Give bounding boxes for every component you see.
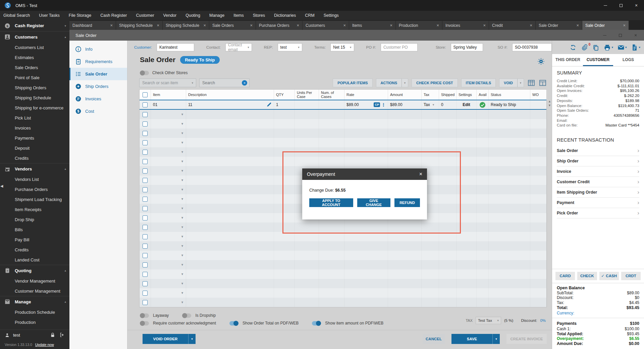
inner-close-button[interactable]: ×	[628, 30, 643, 41]
edit-description-icon[interactable]	[266, 102, 272, 107]
toggle-show-order-total-on-pdf-web[interactable]: Show Order Total on PDF/WEB	[229, 321, 299, 326]
tab-close-icon[interactable]: ×	[576, 23, 579, 28]
menu-user-tasks[interactable]: User Tasks	[39, 13, 60, 18]
nav-item-ship-orders[interactable]: Ship Orders	[69, 80, 127, 93]
recent-item-invoice[interactable]: Invoice›	[557, 166, 639, 177]
tab-production-7[interactable]: Production×	[396, 21, 442, 30]
toggle-switch[interactable]	[182, 313, 191, 318]
row-checkbox[interactable]	[143, 262, 148, 267]
tab-close-icon[interactable]: ×	[297, 23, 299, 28]
print-menu[interactable]: ▾	[604, 44, 613, 51]
create-invoice-button[interactable]: CREATE INVOICE	[506, 334, 547, 344]
menu-quoting[interactable]: Quoting	[185, 13, 200, 18]
tab-close-icon[interactable]: ×	[157, 23, 159, 28]
chevron-down-icon[interactable]: ▼	[181, 272, 184, 276]
menu-settings[interactable]: Settings	[324, 13, 339, 18]
recent-item-sale-order[interactable]: Sale Order›	[557, 146, 639, 156]
row-checkbox[interactable]	[143, 150, 148, 155]
row-checkbox[interactable]	[143, 291, 148, 296]
chevron-down-icon[interactable]: ▼	[181, 207, 184, 210]
tax-select-cell[interactable]: Tax▾	[422, 100, 439, 109]
chevron-down-icon[interactable]: ▼	[181, 113, 184, 116]
menu-items[interactable]: Items	[233, 13, 244, 18]
pay-button-check[interactable]: CHECK	[577, 272, 597, 280]
chevron-down-icon[interactable]: ▼	[181, 132, 184, 135]
chevron-down-icon[interactable]: ▼	[181, 150, 184, 154]
save-button[interactable]: SAVE	[451, 334, 492, 344]
chevron-down-icon[interactable]: ▼	[181, 282, 184, 285]
menu-file-storage[interactable]: File Storage	[69, 13, 91, 18]
email-icon[interactable]	[618, 44, 625, 51]
scroll-up-icon[interactable]: ▲	[548, 100, 551, 103]
row-checkbox[interactable]	[143, 178, 148, 183]
customer-field[interactable]	[157, 43, 194, 51]
sidebar-item-vendor-management[interactable]: Vendor Management	[0, 276, 69, 286]
sidebar-section-vendors[interactable]: Vendors▴	[0, 163, 69, 174]
refresh-icon[interactable]	[570, 44, 577, 51]
tab-dashboard-0[interactable]: Dashboard×	[69, 21, 116, 30]
sidebar-item-drop-ship[interactable]: Drop Ship	[0, 214, 69, 225]
chevron-down-icon[interactable]: ▼	[181, 301, 184, 304]
pay-button-cash[interactable]: ✓CASH	[599, 272, 619, 280]
sidebar-item-pick-list[interactable]: Pick List	[0, 113, 69, 123]
sidebar-item-production[interactable]: Production	[0, 317, 69, 327]
menu-dictionaries[interactable]: Dictionaries	[274, 13, 296, 18]
menu-customer[interactable]: Customer	[136, 13, 154, 18]
nav-item-invoices[interactable]: Invoices	[69, 93, 127, 105]
sidebar-item-sale-orders[interactable]: Sale Orders	[0, 62, 69, 72]
nav-item-sale-order[interactable]: Sale Order	[69, 68, 127, 80]
tab-shipping-schedule-1[interactable]: Shipping Schedule×	[116, 21, 163, 30]
sidebar-item-point-of-sale[interactable]: Point of Sale	[0, 72, 69, 83]
cp-badge[interactable]: CP	[374, 102, 380, 107]
menu-cash-register[interactable]: Cash Register	[100, 13, 127, 18]
row-checkbox[interactable]	[143, 206, 148, 211]
tab-shipping-schedule-2[interactable]: Shipping Schedule×	[163, 21, 209, 30]
tab-items-6[interactable]: Items×	[349, 21, 396, 30]
chevron-down-icon[interactable]: ▼	[181, 141, 184, 144]
chevron-down-icon[interactable]: ▼	[181, 197, 184, 201]
edit-settings-link[interactable]: Edit	[457, 100, 477, 109]
cancel-button[interactable]: CANCEL	[423, 334, 445, 344]
tab-sale-orders-3[interactable]: Sale Orders×	[209, 21, 256, 30]
chevron-down-icon[interactable]: ▼	[181, 254, 184, 257]
tab-close-icon[interactable]: ×	[390, 23, 392, 28]
chevron-down-icon[interactable]: ▼	[181, 160, 184, 163]
sidebar-section-quoting[interactable]: ?Quoting▴	[0, 265, 69, 276]
pay-button-crdt[interactable]: CRDT	[621, 272, 641, 280]
check-price-cost-button[interactable]: CHECK PRICE COST	[412, 79, 458, 87]
sidebar-item-pay-bill[interactable]: Pay Bill	[0, 235, 69, 245]
menu-manage[interactable]: Manage	[209, 13, 224, 18]
row-status-link[interactable]: Ready to Ship	[489, 100, 530, 109]
tab-close-icon[interactable]: ×	[483, 23, 486, 28]
row-checkbox[interactable]	[143, 272, 148, 277]
void-button[interactable]: VOID	[499, 79, 517, 87]
tab-close-icon[interactable]: ×	[343, 23, 346, 28]
tab-customers-5[interactable]: Customers×	[303, 21, 349, 30]
sidebar-item-landed-cost[interactable]: Landed Cost	[0, 255, 69, 265]
tab-credit-9[interactable]: Credit×	[489, 21, 536, 30]
toggle-layaway[interactable]: Layaway	[140, 313, 169, 318]
tab-close-icon[interactable]: ×	[250, 23, 253, 28]
row-checkbox[interactable]	[143, 168, 148, 173]
sidebar-item-production-schedule[interactable]: Production Schedule	[0, 307, 69, 317]
nav-item-cost[interactable]: $Cost	[69, 105, 127, 117]
menu-global-search[interactable]: Global Search	[3, 13, 30, 18]
inner-minimize-button[interactable]	[597, 30, 612, 41]
tab-close-icon[interactable]: ×	[203, 23, 206, 28]
toggle-switch[interactable]	[229, 321, 238, 326]
dialog-close-icon[interactable]: ×	[419, 171, 422, 177]
popular-items-button[interactable]: POPULAR ITEMS	[333, 79, 372, 87]
sidebar-section-manage[interactable]: Manage▴	[0, 296, 69, 307]
sidebar-item-deposit[interactable]: Deposit	[0, 143, 69, 153]
row-checkbox[interactable]	[143, 225, 148, 230]
item-details-button[interactable]: ITEM DETAILS	[461, 79, 496, 87]
tab-sale-order-11[interactable]: Sale Order×	[582, 21, 629, 30]
sidebar-section-cash-register[interactable]: $Cash Register▾	[0, 20, 69, 31]
actions-caret[interactable]: ▾	[401, 79, 408, 87]
row-checkbox[interactable]	[143, 121, 148, 127]
grid-settings-icon[interactable]	[527, 79, 535, 87]
toggle-switch[interactable]	[140, 71, 149, 75]
menu-crm[interactable]: CRM	[305, 13, 314, 18]
tab-sale-order-10[interactable]: Sale Order×	[536, 21, 582, 30]
discount-value-link[interactable]: 0%	[540, 318, 546, 322]
